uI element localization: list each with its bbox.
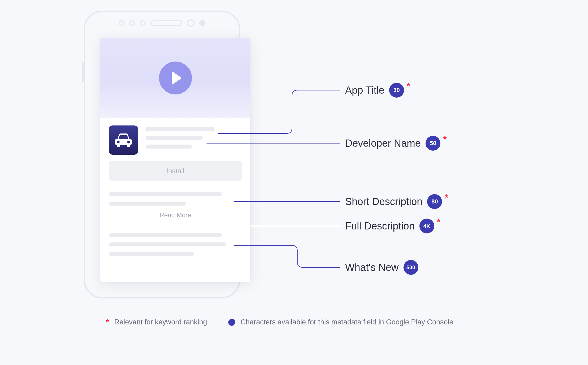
phone-side-button-left [82,62,84,82]
short-description-placeholder [109,192,222,196]
char-limit-badge: 500 [404,260,418,275]
dot-icon [228,319,235,326]
callout-label: Short Description [345,196,422,207]
whats-new-section [100,227,250,256]
feature-video[interactable] [100,38,250,118]
title-row [100,118,250,159]
legend-text: Characters available for this metadata f… [241,318,453,326]
asterisk-icon: * [443,134,447,144]
app-listing-card: Install Read More [100,38,250,282]
install-button[interactable]: Install [109,161,242,181]
whats-new-placeholder [109,242,226,246]
char-limit-badge: 4K [419,219,434,233]
char-limit-badge: 50 [426,136,440,151]
callout-whats-new: What's New 500 [345,260,418,275]
short-description-section: Read More [100,181,250,219]
play-icon [172,71,182,85]
callout-short-description: Short Description 80 * [345,194,448,209]
app-title-placeholder [145,127,214,131]
camera-icon [187,19,195,27]
asterisk-icon: * [445,192,448,203]
callout-full-description: Full Description 4K * [345,219,440,233]
whats-new-placeholder [109,252,194,256]
speaker-grille-icon [151,20,182,26]
phone-sensor-row [119,19,205,27]
sensor-icon [129,20,135,26]
developer-name-placeholder [145,136,203,140]
read-more-link[interactable]: Read More [109,211,242,219]
legend-item-asterisk: * Relevant for keyword ranking [106,317,207,327]
title-lines [145,125,242,153]
sensor-icon [119,20,125,26]
callout-label: Developer Name [345,138,421,149]
sensor-icon [140,20,146,26]
category-placeholder [145,145,192,149]
asterisk-icon: * [437,217,440,227]
callout-developer-name: Developer Name 50 * [345,136,447,151]
char-limit-badge: 80 [427,194,442,209]
legend: * Relevant for keyword ranking Character… [106,317,453,327]
car-icon [115,133,132,147]
sensor-icon [199,20,205,26]
callout-label: Full Description [345,220,415,232]
legend-text: Relevant for keyword ranking [114,318,207,326]
asterisk-icon: * [407,81,410,91]
char-limit-badge: 30 [389,83,404,98]
whats-new-placeholder [109,233,222,237]
app-icon [109,125,138,155]
callout-app-title: App Title 30 * [345,83,410,98]
legend-item-dot: Characters available for this metadata f… [228,318,453,326]
asterisk-icon: * [106,317,109,327]
short-description-placeholder [109,202,186,206]
callout-label: App Title [345,85,384,96]
callout-label: What's New [345,262,399,273]
diagram-canvas: Install Read More App Title [0,0,588,365]
play-button[interactable] [159,62,192,94]
